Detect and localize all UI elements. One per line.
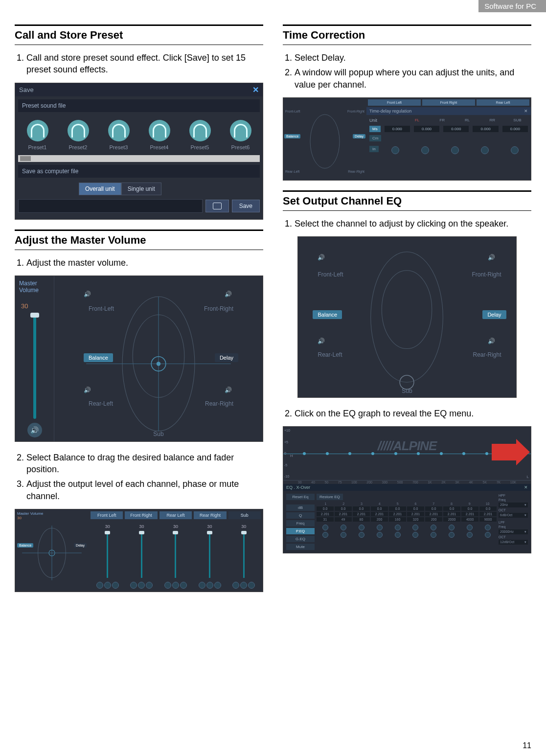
reset-eq-button[interactable]: Reset Eq: [286, 494, 315, 500]
link-icon[interactable]: [248, 582, 255, 589]
mute-icon[interactable]: [172, 582, 179, 589]
speaker-icon-rl[interactable]: 🔊: [84, 387, 97, 397]
freq-val[interactable]: 9000: [479, 517, 497, 522]
db-val[interactable]: 0.0: [317, 506, 334, 511]
speaker-icon-fl[interactable]: 🔊: [84, 291, 97, 301]
eq-toggle[interactable]: [449, 532, 455, 538]
single-unit-button[interactable]: Single unit: [121, 183, 161, 195]
mini-car-layout[interactable]: Balance Delay: [17, 516, 87, 590]
preset-3[interactable]: Preset3: [108, 120, 130, 150]
balance-button[interactable]: Balance: [313, 310, 342, 319]
mute-icon[interactable]: [104, 582, 111, 589]
tab-delay-fl[interactable]: Front Left: [368, 99, 421, 106]
eq-toggle[interactable]: [485, 532, 491, 538]
freq-val[interactable]: 200: [425, 517, 442, 522]
delay-val-3[interactable]: 0.000: [443, 126, 469, 132]
delay-button[interactable]: Delay: [215, 353, 238, 362]
geq-tab[interactable]: G.EQ: [286, 536, 315, 542]
speaker-icon-fr[interactable]: 🔊: [488, 254, 501, 265]
mute-icon[interactable]: [206, 582, 213, 589]
file-path-input[interactable]: [18, 199, 203, 213]
phase-icon[interactable]: [164, 582, 171, 589]
horizontal-scrollbar[interactable]: [18, 155, 260, 162]
close-icon[interactable]: ✕: [252, 85, 259, 94]
delay-knob-5[interactable]: [511, 146, 519, 154]
delay-val-2[interactable]: 0.000: [414, 126, 439, 132]
tab-rear-left[interactable]: Rear Left: [159, 511, 192, 519]
db-val[interactable]: 0.0: [407, 506, 424, 511]
speaker-icon-rr[interactable]: 🔊: [225, 387, 238, 397]
preset-5[interactable]: Preset5: [189, 120, 211, 150]
q-val[interactable]: 2.201: [335, 512, 352, 516]
preset-2[interactable]: Preset2: [68, 120, 89, 150]
freq-val[interactable]: 160: [389, 517, 406, 522]
mute-icon[interactable]: [240, 582, 247, 589]
preset-1[interactable]: Preset1: [27, 120, 48, 150]
speaker-icon-rr[interactable]: 🔊: [488, 338, 501, 348]
delay-knob-2[interactable]: [421, 146, 429, 154]
eq-knob[interactable]: [359, 525, 364, 530]
unit-cm-button[interactable]: Cm: [369, 135, 381, 141]
db-val[interactable]: 0.0: [425, 506, 442, 511]
db-val[interactable]: 0.0: [389, 506, 406, 511]
restore-eq-button[interactable]: Restore EQ: [317, 494, 343, 500]
save-button[interactable]: Save: [232, 200, 260, 212]
db-val[interactable]: 0.0: [371, 506, 388, 511]
eq-knob[interactable]: [377, 525, 383, 530]
q-val[interactable]: 2.201: [407, 512, 424, 516]
preset-6[interactable]: Preset6: [230, 120, 251, 150]
eq-knob[interactable]: [395, 525, 401, 530]
eq-toggle[interactable]: [359, 532, 364, 538]
preset-4[interactable]: Preset4: [149, 120, 170, 150]
q-val[interactable]: 2.201: [317, 512, 334, 516]
db-val[interactable]: 0.0: [479, 506, 497, 511]
delay-knob-4[interactable]: [481, 146, 489, 154]
delay-val-1[interactable]: 0.000: [385, 126, 410, 132]
mute-icon[interactable]: [138, 582, 145, 589]
eq-knob[interactable]: [449, 525, 455, 530]
freq-val[interactable]: 200: [371, 517, 388, 522]
eq-toggle[interactable]: [377, 532, 383, 538]
peq-tab[interactable]: P.EQ: [286, 528, 315, 534]
overall-unit-button[interactable]: Overall unit: [79, 183, 121, 195]
link-icon[interactable]: [214, 582, 221, 589]
delay-knob-1[interactable]: [391, 146, 399, 154]
unit-in-button[interactable]: In: [369, 146, 379, 152]
phase-icon[interactable]: [199, 582, 205, 589]
phase-icon[interactable]: [232, 582, 239, 589]
eq-knob[interactable]: [412, 525, 418, 530]
speaker-icon-rl[interactable]: 🔊: [318, 338, 331, 348]
freq-val[interactable]: 49: [335, 517, 352, 522]
freq-val[interactable]: 320: [407, 517, 424, 522]
q-val[interactable]: 2.201: [371, 512, 388, 516]
unit-ms-button[interactable]: Ms: [369, 126, 381, 132]
freq-val[interactable]: 31: [317, 517, 334, 522]
eq-toggle[interactable]: [322, 532, 328, 538]
eq-knob[interactable]: [467, 525, 473, 530]
tab-rear-right[interactable]: Rear Right: [194, 511, 226, 519]
eq-toggle[interactable]: [395, 532, 401, 538]
eq-toggle[interactable]: [431, 532, 436, 538]
ch-slider-4[interactable]: [209, 531, 210, 578]
delay-val-4[interactable]: 0.000: [473, 126, 498, 132]
delay-val-5[interactable]: 0.000: [502, 126, 528, 132]
close-icon[interactable]: ✕: [524, 109, 528, 114]
balance-button-small[interactable]: Balance: [17, 543, 33, 548]
eq-knob[interactable]: [322, 525, 328, 530]
phase-icon[interactable]: [96, 582, 103, 589]
q-val[interactable]: 2.201: [443, 512, 460, 516]
link-icon[interactable]: [180, 582, 187, 589]
q-val[interactable]: 2.201: [353, 512, 370, 516]
delay-button-small[interactable]: Delay: [74, 543, 87, 548]
db-val[interactable]: 0.0: [461, 506, 478, 511]
eq-toggle[interactable]: [412, 532, 418, 538]
eq-graph[interactable]: +10 +5 0 -5 -10 ALPINE H L: [283, 427, 531, 481]
lpf-freq-value[interactable]: 20000Hz▾: [499, 529, 528, 534]
tab-front-left[interactable]: Front Left: [91, 511, 123, 519]
mute-tab[interactable]: Mute: [286, 544, 315, 550]
close-icon[interactable]: ✕: [524, 485, 528, 490]
ch-slider-3[interactable]: [175, 531, 176, 578]
link-icon[interactable]: [112, 582, 119, 589]
tab-front-right[interactable]: Front Right: [125, 511, 157, 519]
ch-slider-1[interactable]: [107, 531, 108, 578]
